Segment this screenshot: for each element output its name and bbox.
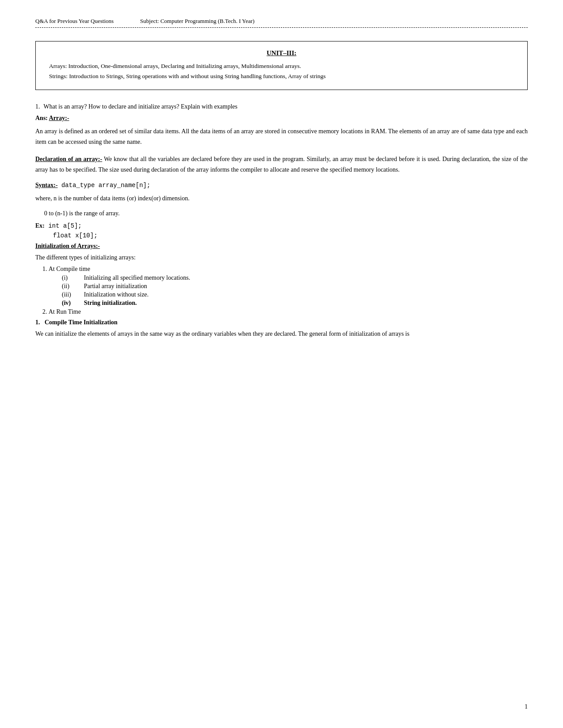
item-num-i: (i) [62, 274, 75, 281]
ex-line: Ex: int a[5]; [35, 222, 528, 229]
array-definition: An array is defined as an ordered set of… [35, 126, 528, 148]
ex-int: int a[5]; [45, 222, 82, 229]
init-heading: Initialization of Arrays:- [35, 243, 528, 250]
ex-float-code: float x[10]; [53, 232, 98, 239]
unit-box: UNIT–III: Arrays: Introduction, One-dime… [35, 41, 528, 90]
inner-list-item-ii: (ii) Partial array initialization [62, 283, 528, 290]
compile-time-number: 1. [35, 319, 45, 326]
declaration-heading: Declaration of an array:- [35, 156, 102, 162]
item-num-ii: (ii) [62, 283, 75, 290]
header-left: Q&A for Previous Year Questions [35, 18, 113, 25]
page-number: 1 [525, 703, 528, 710]
unit-content-line1: Arrays: Introduction, One-dimensional ar… [49, 61, 514, 82]
compile-time-sublist: (i) Initializing all specified memory lo… [62, 274, 528, 307]
item-text-ii: Partial array initialization [84, 283, 147, 290]
unit-line1: Arrays: Introduction, One-dimensional ar… [49, 63, 301, 69]
item-text-iv: String initialization. [84, 300, 137, 307]
ex-label: Ex: [35, 222, 45, 229]
range-line: 0 to (n-1) is the range of array. [44, 210, 528, 217]
item-text-iii: Initialization without size. [84, 291, 149, 298]
compile-time-section: 1. Compile Time Initialization We can in… [35, 319, 528, 340]
compile-time-item: At Compile time (i) Initializing all spe… [49, 266, 528, 307]
item-text-i: Initializing all specified memory locati… [84, 274, 190, 281]
ex-float: float x[10]; [53, 232, 528, 239]
compile-time-heading: 1. Compile Time Initialization [35, 319, 528, 326]
question1-number: 1. [35, 103, 40, 110]
declaration-block: Declaration of an array:- We know that a… [35, 154, 528, 176]
run-time-item: At Run Time [49, 308, 528, 315]
unit-line2: Strings: Introduction to Strings, String… [49, 73, 326, 79]
init-intro: The different types of initializing arra… [35, 254, 528, 261]
where-line: where, n is the number of data items (or… [35, 193, 528, 204]
syntax-line: Syntax:- data_type array_name[n]; [35, 182, 528, 189]
syntax-label: Syntax:- [35, 182, 58, 188]
inner-list-item-i: (i) Initializing all specified memory lo… [62, 274, 528, 281]
header-bar: Q&A for Previous Year Questions Subject:… [35, 18, 528, 25]
inner-list-item-iii: (iii) Initialization without size. [62, 291, 528, 298]
run-time-label: At Run Time [49, 308, 81, 315]
item-num-iv: (iv) [62, 300, 75, 307]
inner-list-item-iv: (iv) String initialization. [62, 300, 528, 307]
unit-title: UNIT–III: [49, 49, 514, 57]
question-section: 1. What is an array? How to declare and … [35, 103, 528, 340]
compile-time-label: At Compile time [49, 266, 90, 272]
outer-list: At Compile time (i) Initializing all spe… [49, 266, 528, 315]
header-right: Subject: Computer Programming (B.Tech. I… [140, 18, 254, 25]
answer-heading: Ans: Array:- [35, 115, 528, 122]
compile-time-text: We can initialize the elements of arrays… [35, 329, 528, 340]
header-divider [35, 27, 528, 28]
question1-text: What is an array? How to declare and ini… [44, 103, 238, 110]
answer-heading-underline: Array:- [49, 115, 69, 121]
question1: 1. What is an array? How to declare and … [35, 103, 528, 110]
compile-time-title: Compile Time Initialization [45, 319, 117, 326]
declaration-text: We know that all the variables are decla… [35, 156, 528, 173]
syntax-code: data_type array_name[n]; [58, 182, 151, 189]
item-num-iii: (iii) [62, 291, 75, 298]
declaration-paragraph: Declaration of an array:- We know that a… [35, 154, 528, 176]
